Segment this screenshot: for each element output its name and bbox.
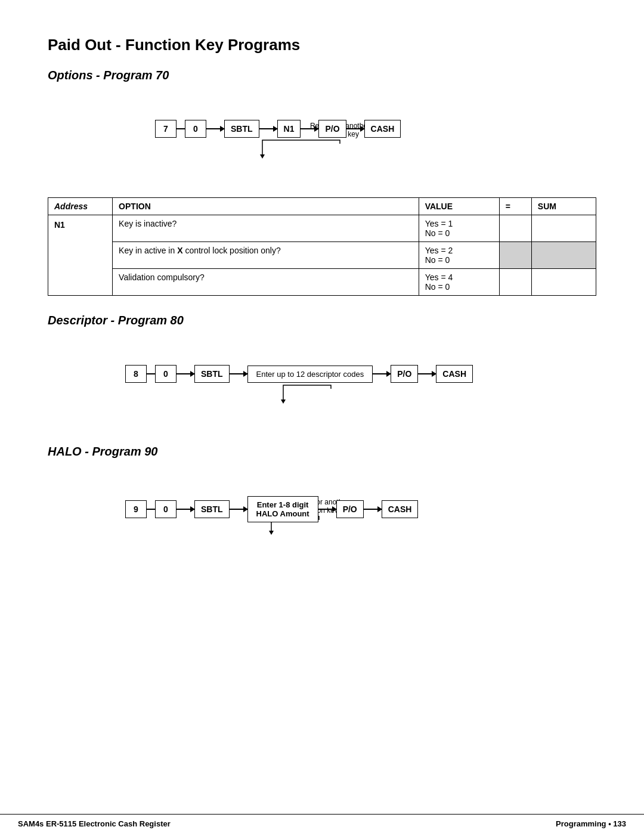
flow-box-po: P/O — [318, 120, 346, 138]
arrow-1 — [206, 128, 224, 129]
cell-value-3: Yes = 4No = 0 — [419, 269, 499, 296]
svg-marker-8 — [269, 531, 274, 535]
arrow-3 — [301, 128, 318, 129]
flow-box-h0: 0 — [155, 500, 177, 518]
descriptor-flow-row: 8 0 SBTL Enter up to 12 descriptor codes… — [125, 365, 596, 383]
th-sum: SUM — [531, 198, 596, 215]
flow-box-dcash: CASH — [436, 365, 473, 383]
arrow-4 — [346, 128, 364, 129]
cell-equals-1 — [499, 215, 531, 242]
page-footer: SAM4s ER-5115 Electronic Cash Register P… — [0, 814, 644, 833]
options-table: Address OPTION VALUE = SUM N1 Key is ina… — [48, 197, 596, 296]
arrow-h4 — [364, 509, 382, 510]
cell-sum-2 — [531, 242, 596, 269]
cell-value-1: Yes = 1No = 0 — [419, 215, 499, 242]
footer-left: SAM4s ER-5115 Electronic Cash Register — [18, 819, 171, 828]
footer-right: Programming • 133 — [556, 819, 626, 828]
flow-box-9: 9 — [125, 500, 147, 518]
arrow-d3 — [373, 373, 391, 374]
connector-h1 — [147, 509, 155, 510]
cell-address-n1: N1 — [48, 215, 113, 296]
flow-box-0: 0 — [185, 120, 206, 138]
flow-box-halo-amount: Enter 1-8 digitHALO Amount — [247, 496, 318, 522]
cell-option-3: Validation compulsory? — [113, 269, 419, 296]
options-section-title: Options - Program 70 — [48, 69, 596, 82]
arrow-d2 — [230, 373, 247, 374]
page-title: Paid Out - Function Key Programs — [48, 36, 596, 54]
flow-box-n1: N1 — [277, 120, 301, 138]
arrow-h3 — [318, 509, 336, 510]
flow-box-dpo: P/O — [391, 365, 418, 383]
th-option: OPTION — [113, 198, 419, 215]
th-address: Address — [48, 198, 113, 215]
svg-marker-2 — [260, 154, 265, 159]
cell-sum-3 — [531, 269, 596, 296]
halo-flow-row: 9 0 SBTL Enter 1-8 digitHALO Amount P/O … — [125, 496, 596, 522]
cell-sum-1 — [531, 215, 596, 242]
arrow-2 — [259, 128, 277, 129]
connector-d1 — [147, 373, 155, 374]
options-flow-row: 7 0 SBTL N1 P/O CASH — [155, 120, 596, 138]
flow-box-7: 7 — [155, 120, 177, 138]
flow-box-hpo: P/O — [336, 500, 364, 518]
flow-box-descriptor-codes: Enter up to 12 descriptor codes — [247, 366, 373, 383]
flow-box-cash: CASH — [364, 120, 401, 138]
cell-equals-3 — [499, 269, 531, 296]
flow-box-hsbtl: SBTL — [194, 500, 230, 518]
options-diagram: Repeat for another function key 7 0 SBTL… — [155, 120, 596, 185]
descriptor-diagram: Repeat for another function kev 8 0 SBTL… — [125, 365, 596, 431]
table-row-2: Key in active in X control lock position… — [48, 242, 596, 269]
flow-box-sbtl: SBTL — [224, 120, 259, 138]
cell-equals-2 — [499, 242, 531, 269]
cell-option-2: Key in active in X control lock position… — [113, 242, 419, 269]
table-row-1: N1 Key is inactive? Yes = 1No = 0 — [48, 215, 596, 242]
cell-option-1: Key is inactive? — [113, 215, 419, 242]
th-equals: = — [499, 198, 531, 215]
table-row-3: Validation compulsory? Yes = 4No = 0 — [48, 269, 596, 296]
halo-diagram: Repeat for another function kev 9 0 SBTL… — [125, 496, 596, 568]
arrow-h1 — [177, 509, 194, 510]
connector — [177, 128, 185, 129]
arrow-h2 — [230, 509, 247, 510]
halo-section-title: HALO - Program 90 — [48, 445, 596, 459]
flow-box-hcash: CASH — [382, 500, 419, 518]
cell-value-2: Yes = 2No = 0 — [419, 242, 499, 269]
th-value: VALUE — [419, 198, 499, 215]
svg-marker-5 — [281, 400, 286, 404]
arrow-d4 — [418, 373, 436, 374]
flow-box-dsbtl: SBTL — [194, 365, 230, 383]
descriptor-section-title: Descriptor - Program 80 — [48, 314, 596, 327]
flow-box-8: 8 — [125, 365, 147, 383]
arrow-d1 — [177, 373, 194, 374]
flow-box-d0: 0 — [155, 365, 177, 383]
